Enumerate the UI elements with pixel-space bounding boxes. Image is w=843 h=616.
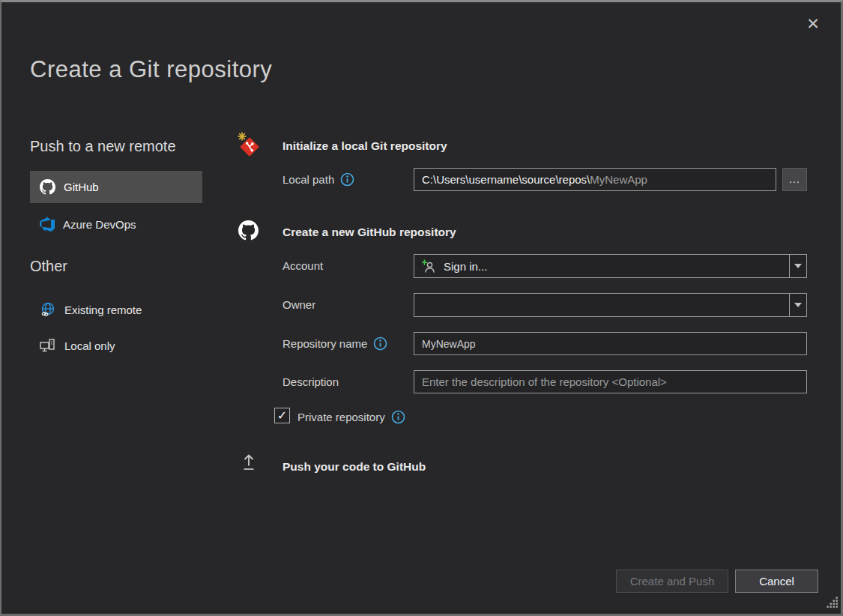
owner-dropdown[interactable] [414, 293, 807, 317]
sidebar-item-local-only[interactable]: Local only [30, 331, 202, 360]
description-input[interactable] [414, 370, 807, 393]
globe-link-icon [40, 301, 56, 318]
browse-button[interactable]: ... [782, 168, 807, 191]
repository-name-label: Repository name [282, 336, 387, 351]
github-icon [238, 220, 259, 241]
owner-label: Owner [282, 298, 315, 311]
sidebar-heading-push-to-new-remote: Push to a new remote [30, 138, 176, 155]
chevron-down-icon [794, 264, 802, 268]
private-repository-checkbox[interactable]: ✓ [274, 408, 290, 423]
account-dropdown-button[interactable] [789, 255, 806, 277]
local-path-input[interactable]: C:\Users\username\source\repos\MyNewApp [414, 168, 776, 191]
local-path-name: MyNewApp [590, 173, 647, 186]
azure-devops-icon [40, 217, 55, 232]
local-path-prefix: C:\Users\username\source\repos\ [422, 173, 590, 186]
upload-arrow-icon [241, 453, 256, 472]
sidebar-item-label: Local only [64, 339, 115, 352]
private-repository-label: Private repository [297, 410, 405, 424]
sidebar-item-existing-remote[interactable]: Existing remote [30, 295, 202, 324]
create-and-push-button[interactable]: Create and Push [616, 570, 728, 593]
sidebar-item-label: Azure DevOps [63, 218, 136, 231]
info-icon[interactable] [340, 172, 354, 187]
owner-dropdown-button[interactable] [789, 294, 806, 316]
chevron-down-icon [794, 303, 802, 307]
sidebar-item-label: GitHub [64, 181, 99, 193]
description-label: Description [282, 375, 339, 388]
section-title-initialize-local-git-repository: Initialize a local Git repository [282, 139, 447, 153]
repository-name-input[interactable] [414, 332, 807, 355]
info-icon[interactable] [391, 410, 405, 424]
account-dropdown[interactable]: Sign in... [414, 254, 807, 278]
resize-grip[interactable] [827, 597, 839, 612]
sidebar-item-github[interactable]: GitHub [30, 171, 202, 203]
section-title-create-new-github-repository: Create a new GitHub repository [282, 226, 456, 239]
close-icon[interactable]: ✕ [800, 11, 826, 37]
create-git-repository-dialog: Create a Git repository ✕ Push to a new … [0, 0, 843, 616]
sidebar-item-label: Existing remote [64, 304, 142, 316]
info-icon[interactable] [373, 336, 387, 351]
local-path-label: Local path [282, 172, 354, 187]
page-title: Create a Git repository [30, 56, 272, 83]
sidebar-item-azure-devops[interactable]: Azure DevOps [30, 210, 202, 238]
section-title-push-your-code-to-github: Push your code to GitHub [282, 460, 426, 474]
sidebar-heading-other: Other [30, 258, 67, 275]
cancel-button[interactable]: Cancel [735, 570, 818, 593]
account-value: Sign in... [444, 260, 487, 273]
sign-in-user-icon [421, 259, 437, 274]
account-label: Account [282, 259, 323, 272]
new-git-repository-icon [236, 131, 262, 158]
github-icon [40, 179, 55, 195]
check-icon: ✓ [277, 410, 287, 422]
computer-icon [40, 338, 56, 353]
